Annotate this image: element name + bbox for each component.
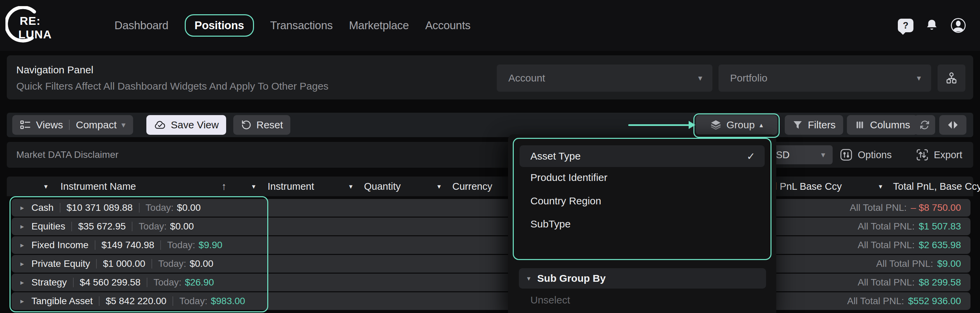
brand-logo[interactable]: RE: LUNA — [5, 3, 63, 48]
group-name: Fixed Income — [32, 240, 89, 251]
nav-transactions[interactable]: Transactions — [270, 19, 333, 32]
menu-item-label: Asset Type — [530, 145, 581, 167]
expand-caret-icon[interactable]: ▸ — [21, 297, 24, 305]
pnl-value: $2 635.98 — [918, 240, 961, 251]
expand-caret-icon[interactable]: ▸ — [21, 241, 24, 249]
pnl-summary: All Total PNL: $1 507.83 — [858, 218, 961, 235]
reset-label: Reset — [256, 119, 283, 131]
market-data-disclaimer[interactable]: Market DATA Disclaimer — [16, 142, 119, 168]
group-summary: ▸ Tangible Asset $5 842 220.00 Today: $9… — [11, 292, 245, 310]
column-menu-caret[interactable]: ▾ — [44, 176, 48, 196]
today-value: $26.90 — [185, 277, 214, 288]
layers-icon — [710, 119, 722, 131]
column-menu-caret[interactable]: ▾ — [349, 176, 353, 196]
group-value: $5 842 220.00 — [106, 296, 166, 307]
columns-button[interactable]: Columns — [847, 115, 918, 135]
column-menu-caret[interactable]: ▾ — [438, 176, 441, 196]
menu-item-country-region[interactable]: Country Region — [530, 194, 601, 208]
nav-positions[interactable]: Positions — [185, 14, 254, 37]
portfolio-select[interactable]: Portfolio ▾ — [719, 65, 931, 92]
divider — [147, 278, 147, 287]
today-label: Today: — [146, 202, 174, 213]
col-quantity[interactable]: Quantity — [364, 176, 401, 196]
pagination-button[interactable] — [939, 115, 966, 135]
question-glyph: ? — [903, 21, 909, 31]
save-view-button[interactable]: Save View — [146, 115, 226, 135]
table-row[interactable]: ▸ Tangible Asset $5 842 220.00 Today: $9… — [11, 292, 970, 310]
col-total-pnl-base-2[interactable]: Total PnL, Base Ccy — [893, 176, 980, 196]
group-name: Private Equity — [32, 258, 90, 269]
pnl-label: All Total PNL: — [858, 221, 915, 232]
today-value: $983.00 — [211, 296, 245, 307]
pnl-summary: All Total PNL: $2 635.98 — [858, 236, 961, 254]
columns-icon — [854, 119, 865, 130]
sub-group-by-header[interactable]: ▾ Sub Group By — [519, 268, 766, 289]
menu-item-subtype[interactable]: SubType — [530, 216, 571, 232]
check-icon: ✓ — [747, 145, 755, 167]
account-select[interactable]: Account ▾ — [497, 65, 713, 92]
column-menu-caret[interactable]: ▾ — [879, 176, 882, 196]
table-row[interactable]: ▸ Cash $10 371 089.88 Today: $0.00 All T… — [11, 199, 970, 216]
reset-button[interactable]: Reset — [233, 115, 290, 135]
export-button[interactable]: Export — [915, 142, 963, 168]
menu-item-product-identifier[interactable]: Product Identifier — [530, 170, 608, 185]
filters-button[interactable]: Filters — [785, 115, 843, 135]
hierarchy-icon — [945, 71, 958, 85]
export-icon — [915, 148, 929, 162]
views-compact-button[interactable]: Views Compact ▾ — [12, 115, 133, 135]
avatar-icon[interactable] — [950, 17, 966, 33]
main-nav: Dashboard Positions Transactions Marketp… — [115, 0, 470, 51]
chevron-down-icon: ▾ — [122, 121, 126, 129]
market-data-strip: Market DATA Disclaimer USD ▾ Options — [7, 142, 973, 168]
refresh-button[interactable] — [914, 115, 935, 135]
col-instrument-name[interactable]: Instrument Name — [60, 176, 136, 196]
funnel-icon — [792, 119, 803, 130]
table-row[interactable]: ▸ Strategy $4 560 299.58 Today: $26.90 A… — [11, 273, 970, 291]
group-name: Cash — [32, 202, 54, 213]
pnl-label: All Total PNL: — [850, 202, 907, 213]
divider — [73, 278, 74, 287]
nav-marketplace[interactable]: Marketplace — [349, 19, 409, 32]
hierarchy-button[interactable] — [937, 65, 966, 92]
col-instrument[interactable]: Instrument — [267, 176, 314, 196]
table-row[interactable]: ▸ Equities $35 672.95 Today: $0.00 All T… — [11, 218, 970, 235]
notifications-bell-icon[interactable] — [925, 18, 939, 33]
expand-caret-icon[interactable]: ▸ — [21, 204, 24, 212]
col-currency[interactable]: Currency — [452, 176, 492, 196]
divider — [60, 203, 60, 213]
group-button[interactable]: Group ▴ — [696, 115, 777, 135]
group-summary: ▸ Equities $35 672.95 Today: $0.00 — [11, 218, 194, 235]
expand-caret-icon[interactable]: ▸ — [21, 222, 24, 230]
brand-text-top: RE: — [20, 14, 41, 27]
chevron-down-icon: ▾ — [527, 274, 530, 283]
table-row[interactable]: ▸ Private Equity $1 000.00 Today: $0.00 … — [11, 255, 970, 273]
menu-item-unselect[interactable]: Unselect — [530, 292, 570, 308]
help-icon[interactable]: ? — [898, 19, 913, 32]
table-header: ▾ Instrument Name ↑ ▾ Instrument ▾ Quant… — [7, 176, 973, 196]
group-value: $1 000.00 — [103, 258, 145, 269]
nav-accounts[interactable]: Accounts — [425, 19, 470, 32]
today-label: Today: — [153, 277, 182, 288]
options-label: Options — [858, 149, 892, 160]
quick-filters-panel: Navigation Panel Quick Filters Affect Al… — [7, 55, 973, 100]
today-value: $0.00 — [177, 202, 201, 213]
save-view-label: Save View — [171, 119, 219, 131]
menu-item-asset-type[interactable]: Asset Type ✓ — [520, 145, 765, 167]
expand-caret-icon[interactable]: ▸ — [21, 278, 24, 286]
pnl-value: – $8 750.00 — [911, 202, 961, 213]
group-value: $10 371 089.88 — [67, 202, 133, 213]
topbar-actions: ? — [898, 0, 966, 51]
options-sliders-icon — [839, 148, 853, 162]
divider — [99, 296, 100, 306]
expand-caret-icon[interactable]: ▸ — [21, 260, 24, 268]
pnl-label: All Total PNL: — [847, 296, 904, 307]
chevron-up-icon: ▴ — [760, 122, 763, 128]
table-row[interactable]: ▸ Fixed Income $149 740.98 Today: $9.90 … — [11, 236, 970, 254]
positions-page: RE: LUNA Dashboard Positions Transaction… — [0, 0, 980, 313]
nav-dashboard[interactable]: Dashboard — [115, 19, 169, 32]
today-value: $0.00 — [170, 221, 194, 232]
chevron-down-icon: ▾ — [917, 74, 921, 82]
options-button[interactable]: Options — [839, 142, 892, 168]
view-mode-value: Compact — [76, 119, 116, 131]
column-menu-caret[interactable]: ▾ — [252, 176, 255, 196]
